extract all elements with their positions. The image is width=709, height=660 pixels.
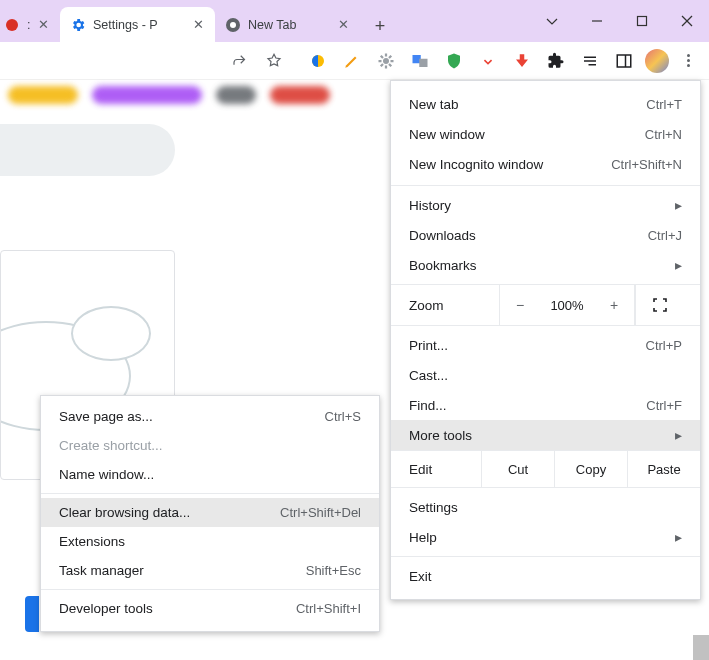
menu-edit-row: Edit Cut Copy Paste: [391, 450, 700, 488]
more-tools-submenu: Save page as... Ctrl+S Create shortcut..…: [40, 395, 380, 632]
chevron-right-icon: ▸: [675, 529, 682, 545]
bookmark-star-icon[interactable]: [259, 46, 289, 76]
menu-history[interactable]: History ▸: [391, 190, 700, 220]
blurred-page-items: [8, 86, 330, 104]
chevron-right-icon: ▸: [675, 257, 682, 273]
extensions-puzzle-icon[interactable]: [541, 46, 571, 76]
ext-icon-gear[interactable]: [371, 46, 401, 76]
profile-avatar[interactable]: [645, 49, 669, 73]
share-icon[interactable]: [225, 46, 255, 76]
fullscreen-button[interactable]: [635, 285, 683, 325]
ext-icon-thumb[interactable]: [507, 46, 537, 76]
edit-label: Edit: [391, 451, 481, 487]
tab-1-close-icon[interactable]: ✕: [191, 18, 205, 32]
tab-0-favicon: [4, 17, 20, 33]
svg-point-8: [383, 58, 389, 64]
chrome-main-menu: New tab Ctrl+T New window Ctrl+N New Inc…: [390, 80, 701, 600]
chevron-right-icon: ▸: [675, 427, 682, 443]
ext-icon-shield[interactable]: [439, 46, 469, 76]
maximize-button[interactable]: [619, 0, 664, 42]
tab-2[interactable]: New Tab ✕: [215, 7, 360, 42]
edit-paste[interactable]: Paste: [627, 451, 700, 487]
zoom-label: Zoom: [391, 298, 499, 313]
ext-icon-pencil[interactable]: [337, 46, 367, 76]
zoom-in-button[interactable]: +: [594, 297, 634, 313]
toolbar: [0, 42, 709, 80]
chrome-icon: [225, 17, 241, 33]
menu-help[interactable]: Help ▸: [391, 522, 700, 552]
svg-rect-4: [637, 17, 646, 26]
submenu-clear-browsing-data[interactable]: Clear browsing data... Ctrl+Shift+Del: [41, 498, 379, 527]
titlebar: : Po ✕ Settings - P ✕ New Tab ✕ +: [0, 0, 709, 42]
tab-0[interactable]: : Po ✕: [0, 7, 60, 42]
page-pill: [0, 124, 175, 176]
chrome-menu-button[interactable]: [673, 46, 703, 76]
tab-1[interactable]: Settings - P ✕: [60, 7, 215, 42]
submenu-create-shortcut: Create shortcut...: [41, 431, 379, 460]
submenu-extensions[interactable]: Extensions: [41, 527, 379, 556]
menu-downloads[interactable]: Downloads Ctrl+J: [391, 220, 700, 250]
menu-find[interactable]: Find... Ctrl+F: [391, 390, 700, 420]
window-controls: [529, 0, 709, 42]
ext-icon-arrow[interactable]: [473, 46, 503, 76]
menu-zoom-row: Zoom − 100% +: [391, 285, 700, 325]
svg-rect-10: [419, 58, 427, 66]
menu-new-tab[interactable]: New tab Ctrl+T: [391, 89, 700, 119]
menu-more-tools[interactable]: More tools ▸: [391, 420, 700, 450]
ext-icon-list[interactable]: [575, 46, 605, 76]
tab-2-title: New Tab: [248, 18, 330, 32]
settings-gear-icon: [70, 17, 86, 33]
minimize-button[interactable]: [574, 0, 619, 42]
menu-settings[interactable]: Settings: [391, 492, 700, 522]
edit-copy[interactable]: Copy: [554, 451, 627, 487]
side-panel-icon[interactable]: [609, 46, 639, 76]
chevron-right-icon: ▸: [675, 197, 682, 213]
vertical-scrollbar[interactable]: [693, 635, 709, 660]
submenu-developer-tools[interactable]: Developer tools Ctrl+Shift+I: [41, 594, 379, 623]
tab-search-button[interactable]: [529, 0, 574, 42]
menu-bookmarks[interactable]: Bookmarks ▸: [391, 250, 700, 280]
svg-point-0: [6, 19, 18, 31]
ext-icon-1[interactable]: [303, 46, 333, 76]
tab-2-close-icon[interactable]: ✕: [336, 18, 350, 32]
menu-print[interactable]: Print... Ctrl+P: [391, 330, 700, 360]
menu-exit[interactable]: Exit: [391, 561, 700, 591]
zoom-out-button[interactable]: −: [500, 297, 540, 313]
new-tab-button[interactable]: +: [366, 12, 394, 40]
menu-new-incognito[interactable]: New Incognito window Ctrl+Shift+N: [391, 149, 700, 179]
submenu-task-manager[interactable]: Task manager Shift+Esc: [41, 556, 379, 585]
tab-1-title: Settings - P: [93, 18, 185, 32]
submenu-name-window[interactable]: Name window...: [41, 460, 379, 489]
close-window-button[interactable]: [664, 0, 709, 42]
menu-cast[interactable]: Cast...: [391, 360, 700, 390]
blue-accent: [25, 596, 39, 632]
edit-cut[interactable]: Cut: [481, 451, 554, 487]
svg-rect-14: [617, 55, 631, 67]
menu-new-window[interactable]: New window Ctrl+N: [391, 119, 700, 149]
zoom-value: 100%: [540, 298, 594, 313]
submenu-save-page[interactable]: Save page as... Ctrl+S: [41, 402, 379, 431]
tab-0-close-icon[interactable]: ✕: [36, 18, 50, 32]
svg-point-2: [230, 22, 236, 28]
tab-0-title: : Po: [27, 18, 30, 32]
ext-icon-translate[interactable]: [405, 46, 435, 76]
